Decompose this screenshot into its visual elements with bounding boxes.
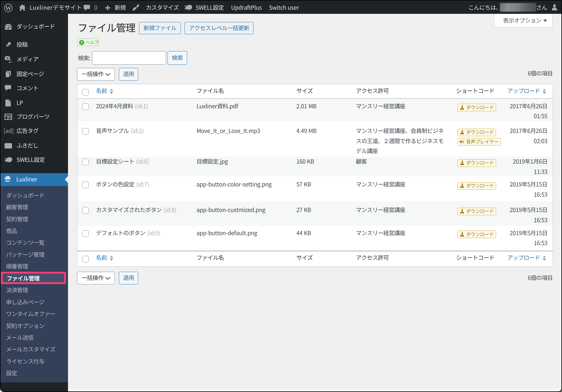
svg-text:?: ?: [81, 41, 83, 45]
